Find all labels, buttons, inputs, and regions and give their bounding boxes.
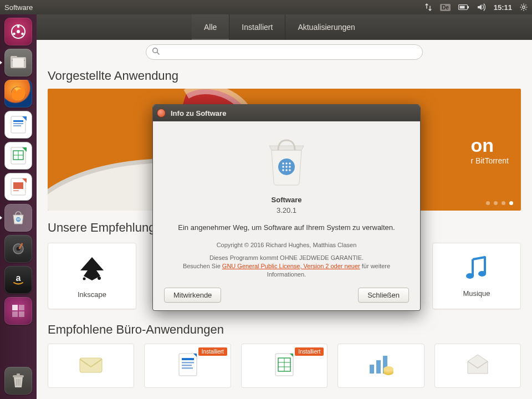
close-icon[interactable] (157, 109, 165, 117)
svg-point-90 (285, 166, 287, 167)
svg-point-87 (285, 162, 287, 164)
svg-point-92 (282, 169, 284, 171)
close-button[interactable]: Schließen (358, 288, 409, 303)
svg-point-93 (285, 169, 287, 171)
credits-button[interactable]: Mitwirkende (164, 288, 221, 303)
svg-point-91 (289, 166, 290, 167)
svg-point-89 (282, 166, 284, 167)
dialog-app-name: Software (164, 196, 409, 204)
warranty-visit: Besuchen Sie (183, 263, 222, 269)
svg-point-88 (289, 162, 290, 164)
dialog-description: Ein angenehmer Weg, um Software auf Ihre… (164, 223, 409, 232)
dialog-body: Software 3.20.1 Ein angenehmer Weg, um S… (153, 121, 420, 310)
svg-point-86 (282, 162, 284, 164)
about-dialog: Info zu Software Software 3.20.1 Ein ang… (152, 104, 421, 311)
license-link[interactable]: GNU General Public License, Version 2 od… (222, 263, 360, 269)
dialog-copyright: Copyright © 2016 Richard Hughes, Matthia… (164, 242, 409, 248)
dialog-titlebar[interactable]: Info zu Software (153, 105, 420, 121)
dialog-footer: Mitwirkende Schließen (164, 288, 409, 303)
dialog-warranty: Dieses Programm kommt OHNE JEDWEDE GARAN… (164, 254, 409, 279)
warranty-line1: Dieses Programm kommt OHNE JEDWEDE GARAN… (209, 254, 364, 261)
dialog-version: 3.20.1 (164, 206, 409, 214)
svg-point-94 (289, 169, 290, 171)
dialog-title: Info zu Software (171, 109, 226, 117)
software-app-icon (256, 131, 317, 192)
